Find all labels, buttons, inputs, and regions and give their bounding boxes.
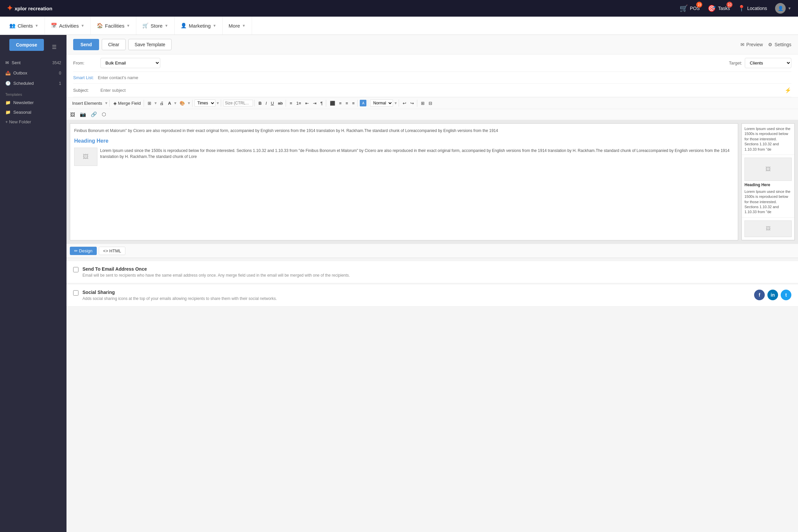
align-justify-button[interactable]: ≡ — [350, 100, 357, 107]
body-text-1: Finibus Bonorum et Malorum" by Cicero ar… — [74, 128, 734, 134]
sidebar-menu-icon[interactable]: ☰ — [52, 44, 57, 50]
code-button[interactable]: ⬡ — [101, 110, 107, 118]
sidebar-folder-newsletter[interactable]: 📁 Newsletter — [0, 98, 66, 108]
color-chevron: ▼ — [187, 101, 191, 105]
twitter-icon[interactable]: t — [781, 290, 791, 300]
smart-list-link[interactable]: Smart List: — [73, 75, 94, 80]
right-col-section-3: 🖼 — [742, 218, 794, 240]
smart-list-input[interactable] — [98, 75, 791, 80]
nav-item-more[interactable]: More ▼ — [223, 17, 252, 35]
save-template-button[interactable]: Save Template — [128, 39, 172, 50]
img-icon: 🖼 — [83, 152, 89, 161]
tasks-badge: 10 — [726, 2, 733, 8]
font-chevron: ▼ — [174, 101, 177, 105]
highlight-button[interactable]: A — [360, 100, 366, 107]
align-center-button[interactable]: ≡ — [338, 100, 343, 107]
html-tab[interactable]: <> HTML — [99, 247, 125, 255]
preview-button[interactable]: ✉ Preview — [740, 42, 763, 47]
unordered-list-button[interactable]: ≡ — [288, 100, 294, 107]
paragraph-btn[interactable]: ¶ — [319, 100, 324, 107]
redo-button[interactable]: ↪ — [408, 100, 416, 107]
sent-label: Sent — [12, 60, 21, 65]
design-tab[interactable]: ✏ Design — [70, 247, 97, 255]
cart-icon: 🛒 — [680, 4, 688, 12]
send-button[interactable]: Send — [73, 39, 99, 50]
image-button[interactable]: 🖼 — [69, 111, 76, 118]
text-style-group: B I U ab — [255, 100, 286, 107]
marketing-chevron: ▼ — [213, 24, 216, 27]
app-logo[interactable]: ✦ xplor recreation — [7, 4, 52, 13]
align-left-button[interactable]: ⬛ — [328, 100, 337, 107]
target-select[interactable]: Clients — [745, 58, 791, 68]
send-once-checkbox[interactable] — [73, 267, 78, 272]
logo-icon: ✦ — [7, 4, 13, 13]
bold-button[interactable]: B — [257, 100, 263, 107]
target-label: Target: — [729, 60, 742, 65]
font-size-input[interactable] — [223, 100, 253, 107]
undo-button[interactable]: ↩ — [401, 100, 408, 107]
indent-btn2[interactable]: ⇥ — [311, 100, 318, 107]
social-sharing-desc: Adds social sharing icons at the top of … — [82, 296, 277, 301]
tasks-nav-item[interactable]: 🎯 10 Tasks — [707, 4, 730, 12]
app-body: Compose ☰ ✉ Sent 3542 📤 Outbox 0 🕐 Sched… — [0, 35, 798, 532]
font-size-button[interactable]: A — [166, 100, 173, 107]
new-folder-button[interactable]: + New Folder — [0, 117, 66, 127]
font-family-select[interactable]: Times — [194, 99, 215, 107]
subject-input[interactable] — [100, 88, 781, 93]
compose-button[interactable]: Compose — [9, 39, 44, 51]
align-right-button[interactable]: ≡ — [344, 100, 350, 107]
settings-button[interactable]: ⚙ Settings — [768, 42, 791, 47]
linkedin-icon[interactable]: in — [767, 290, 778, 300]
media-button[interactable]: 📷 — [79, 110, 87, 118]
marketing-icon: 👤 — [180, 23, 187, 28]
print-button[interactable]: 🖨 — [158, 100, 166, 107]
pos-nav-item[interactable]: 🛒 19 POS — [680, 4, 700, 12]
marketing-label: Marketing — [189, 23, 211, 28]
nav-item-clients[interactable]: 👥 Clients ▼ — [3, 17, 45, 35]
sidebar-item-outbox[interactable]: 📤 Outbox 0 — [0, 68, 66, 78]
locations-nav-item[interactable]: 📍 Locations — [738, 5, 767, 12]
style-select[interactable]: Normal — [370, 99, 393, 107]
merge-field-button[interactable]: ◈ Merge Field — [112, 100, 142, 107]
link-button[interactable]: 🔗 — [90, 110, 98, 118]
nav-item-marketing[interactable]: 👤 Marketing ▼ — [174, 17, 223, 35]
sidebar-folder-seasonal[interactable]: 📁 Seasonal — [0, 108, 66, 117]
email-composer: Send Clear Save Template ✉ Preview ⚙ Set… — [66, 35, 798, 258]
more-label: More — [229, 23, 240, 28]
clients-chevron: ▼ — [35, 24, 39, 27]
nav-item-facilities[interactable]: 🏠 Facilities ▼ — [91, 17, 136, 35]
activities-label: Activities — [59, 23, 79, 28]
nav-item-store[interactable]: 🛒 Store ▼ — [136, 17, 174, 35]
ordered-list-button[interactable]: 1≡ — [294, 100, 303, 107]
social-sharing-checkbox[interactable] — [73, 290, 78, 296]
template-icon-button[interactable]: ⊞ — [146, 100, 153, 107]
send-once-title: Send To Email Address Once — [82, 266, 350, 272]
color-button[interactable]: 🎨 — [178, 100, 187, 107]
pos-badge: 19 — [696, 2, 702, 8]
insert-elements-button[interactable]: Insert Elements — [71, 100, 104, 107]
align-group: ⬛ ≡ ≡ ≡ — [327, 100, 358, 107]
indent-btn1[interactable]: ⇤ — [304, 100, 310, 107]
toolbar-right-actions: ✉ Preview ⚙ Settings — [740, 42, 791, 47]
from-select[interactable]: Bulk Email — [100, 58, 160, 68]
email-body-left[interactable]: Finibus Bonorum et Malorum" by Cicero ar… — [70, 124, 738, 241]
strikethrough-button[interactable]: ab — [276, 100, 284, 107]
italic-button[interactable]: I — [264, 100, 269, 107]
sent-icon: ✉ — [5, 60, 9, 65]
table-button[interactable]: ⊞ — [419, 100, 426, 107]
locations-label: Locations — [747, 6, 767, 11]
avatar: 👤 — [775, 3, 786, 14]
sidebar-item-scheduled[interactable]: 🕐 Scheduled 1 — [0, 78, 66, 89]
from-label: From: — [73, 60, 96, 65]
facebook-icon[interactable]: f — [754, 290, 765, 300]
underline-button[interactable]: U — [269, 100, 275, 107]
main-navbar: 👥 Clients ▼ 📅 Activities ▼ 🏠 Facilities … — [0, 17, 798, 35]
font-family-chevron: ▼ — [216, 101, 220, 105]
store-label: Store — [151, 23, 163, 28]
main-content: Send Clear Save Template ✉ Preview ⚙ Set… — [66, 35, 798, 532]
sidebar-item-sent[interactable]: ✉ Sent 3542 — [0, 58, 66, 68]
user-avatar-item[interactable]: 👤 ▼ — [775, 3, 791, 14]
clear-button[interactable]: Clear — [102, 39, 125, 50]
nav-item-activities[interactable]: 📅 Activities ▼ — [45, 17, 91, 35]
table-options-button[interactable]: ⊟ — [427, 100, 434, 107]
